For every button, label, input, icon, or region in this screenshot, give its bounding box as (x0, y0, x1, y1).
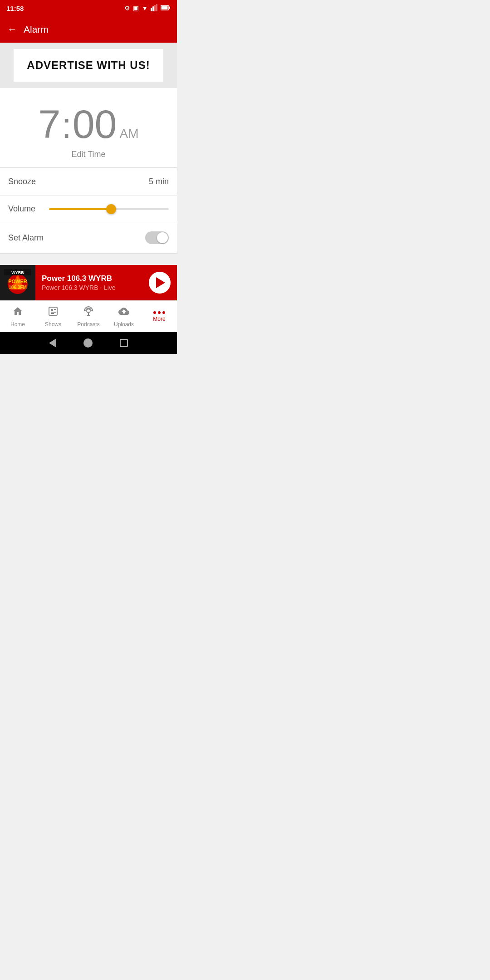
svg-rect-6 (169, 7, 171, 9)
settings-section: Snooze 5 min Volume Set Alarm (0, 167, 177, 254)
clock-minute: 00 (73, 104, 117, 144)
svg-rect-15 (49, 307, 57, 315)
dot-1 (153, 311, 156, 314)
top-bar: ← Alarm (0, 16, 177, 43)
clock-ampm: AM (120, 127, 139, 140)
recents-system-button[interactable] (120, 339, 128, 347)
svg-rect-3 (156, 4, 157, 11)
play-button[interactable] (149, 272, 171, 294)
svg-rect-2 (154, 5, 156, 11)
shows-icon (48, 306, 59, 319)
snooze-label: Snooze (8, 177, 36, 186)
slider-track (49, 208, 169, 210)
uploads-label: Uploads (114, 321, 134, 328)
uploads-icon (118, 306, 129, 319)
status-icons: ⚙ ▣ ▼ (124, 4, 171, 13)
svg-rect-0 (151, 8, 152, 11)
station-logo: WYRB POWER 106.3FM (0, 265, 35, 300)
snooze-value: 5 min (149, 177, 169, 186)
settings-icon: ⚙ (124, 5, 130, 12)
snooze-row[interactable]: Snooze 5 min (0, 168, 177, 196)
home-label: Home (10, 321, 25, 328)
clock-hour: 7 (38, 104, 60, 144)
more-label: More (153, 316, 165, 322)
battery-icon (161, 5, 171, 12)
ad-box: ADVERTISE WITH US! (14, 49, 163, 82)
clock-section: 7 : 00 AM Edit Time (0, 88, 177, 167)
svg-point-20 (87, 309, 90, 313)
slider-thumb[interactable] (106, 204, 116, 214)
dot-2 (158, 311, 161, 314)
nav-shows[interactable]: Shows (35, 301, 71, 332)
station-name: Power 106.3 WYRB (42, 274, 142, 283)
station-info: Power 106.3 WYRB Power 106.3 WYRB - Live (35, 274, 149, 291)
set-alarm-toggle[interactable] (145, 231, 169, 244)
nav-uploads[interactable]: Uploads (106, 301, 142, 332)
svg-text:106.3FM: 106.3FM (9, 285, 26, 290)
svg-text:POWER: POWER (8, 279, 27, 284)
podcasts-icon (83, 306, 94, 319)
content-fill (0, 254, 177, 265)
card-icon: ▣ (133, 5, 139, 12)
status-time: 11:58 (6, 5, 24, 12)
play-icon (156, 277, 165, 288)
slider-fill (49, 208, 111, 210)
page-title: Alarm (24, 24, 49, 35)
status-bar: 11:58 ⚙ ▣ ▼ (0, 0, 177, 16)
back-system-button[interactable] (49, 338, 56, 348)
now-playing-bar[interactable]: WYRB POWER 106.3FM Power 106.3 WYRB Powe… (0, 265, 177, 300)
nav-more[interactable]: More (142, 301, 177, 332)
nav-home[interactable]: Home (0, 301, 35, 332)
svg-rect-16 (51, 309, 53, 311)
volume-label: Volume (8, 204, 35, 214)
ad-text: ADVERTISE WITH US! (27, 59, 150, 72)
toggle-knob (157, 232, 168, 243)
system-nav (0, 332, 177, 354)
set-alarm-label: Set Alarm (8, 233, 44, 243)
svg-rect-1 (152, 6, 154, 11)
shows-label: Shows (45, 321, 61, 328)
volume-row: Volume (0, 196, 177, 222)
nav-podcasts[interactable]: Podcasts (71, 301, 106, 332)
clock-display: 7 : 00 AM (38, 104, 138, 144)
dot-3 (162, 311, 165, 314)
edit-time-button[interactable]: Edit Time (71, 150, 105, 159)
station-subtitle: Power 106.3 WYRB - Live (42, 284, 142, 291)
svg-rect-5 (162, 6, 168, 10)
ad-banner[interactable]: ADVERTISE WITH US! (0, 43, 177, 88)
wifi-icon: ▼ (142, 5, 148, 12)
svg-text:WYRB: WYRB (11, 270, 24, 275)
volume-slider[interactable] (49, 205, 169, 214)
more-icon (153, 311, 165, 314)
bottom-nav: Home Shows Podcasts (0, 300, 177, 332)
signal-icon (151, 4, 158, 13)
podcasts-label: Podcasts (77, 321, 99, 328)
set-alarm-row[interactable]: Set Alarm (0, 222, 177, 254)
back-button[interactable]: ← (7, 24, 17, 35)
home-icon (12, 306, 23, 319)
home-system-button[interactable] (83, 338, 93, 348)
clock-colon: : (60, 108, 72, 144)
